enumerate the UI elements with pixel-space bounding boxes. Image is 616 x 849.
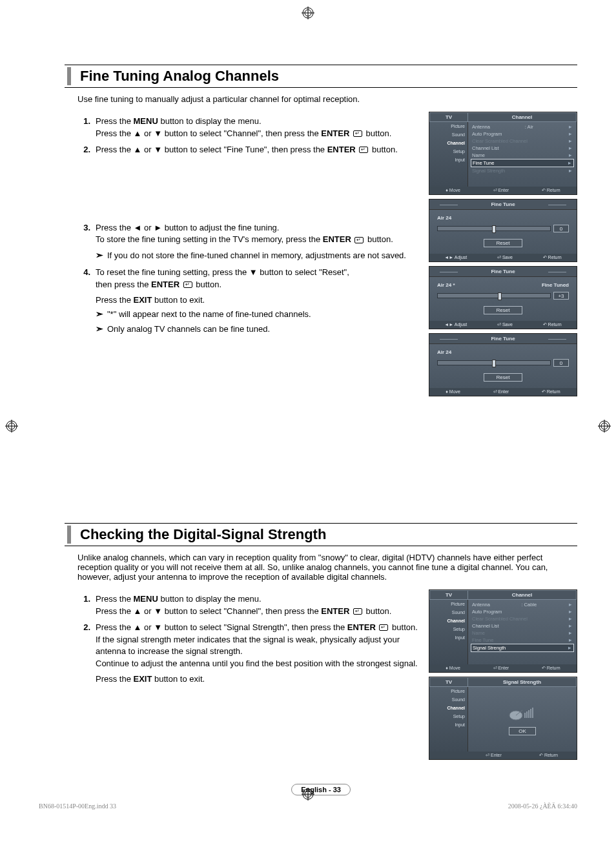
step-4: 4. To reset the fine tuning setting, pre… bbox=[77, 267, 418, 291]
svg-rect-22 bbox=[532, 708, 533, 718]
enter-icon bbox=[353, 608, 362, 615]
enter-icon bbox=[359, 147, 368, 153]
svg-rect-18 bbox=[524, 713, 526, 718]
registration-mark-icon bbox=[302, 788, 314, 801]
intro-text: Unlike analog channels, which can vary i… bbox=[77, 553, 577, 582]
registration-mark-icon bbox=[5, 420, 18, 433]
registration-mark-icon bbox=[302, 6, 314, 19]
osd-fine-tune-2: Fine Tune Air 24 *Fine Tuned +3 Reset ◄►… bbox=[429, 266, 577, 329]
step-3: 3. Press the ◄ or ► button to adjust the… bbox=[77, 222, 418, 247]
registration-mark-icon bbox=[598, 420, 611, 433]
page-number: English - 33 bbox=[65, 783, 577, 795]
step-2: 2. Press the ▲ or ▼ button to select "Fi… bbox=[77, 144, 418, 156]
enter-icon bbox=[183, 281, 192, 288]
step-2: 2. Press the ▲ or ▼ button to select "Si… bbox=[77, 622, 418, 670]
step-1: 1. Press the MENU button to display the … bbox=[77, 593, 418, 618]
note: ➣"*" will appear next to the name of fin… bbox=[96, 309, 418, 322]
svg-rect-19 bbox=[526, 711, 528, 718]
section-title: Checking the Digital-Signal Strength bbox=[65, 523, 577, 546]
osd-fine-tune-1: Fine Tune Air 24 0 Reset ◄► Adjust ⏎ Sav… bbox=[429, 199, 577, 262]
svg-rect-21 bbox=[530, 709, 531, 718]
enter-icon bbox=[354, 237, 364, 243]
exit-note: Press the EXIT button to exit. bbox=[96, 674, 418, 684]
osd-fine-tune-3: Fine Tune Air 24 0 Reset ♦ Move ⏎ Enter … bbox=[429, 333, 577, 396]
exit-note: Press the EXIT button to exit. bbox=[96, 295, 418, 305]
note: ➣If you do not store the fine-tuned chan… bbox=[96, 250, 418, 263]
step-1: 1. Press the MENU button to display the … bbox=[77, 116, 418, 140]
satellite-dish-icon bbox=[506, 704, 539, 723]
osd-channel-menu: TV Channel Picture Sound Channel Setup I… bbox=[429, 112, 577, 195]
osd-channel-menu-2: TV Channel Picture Sound Channel Setup I… bbox=[429, 589, 577, 673]
svg-rect-20 bbox=[528, 710, 529, 718]
enter-icon bbox=[379, 624, 388, 631]
section-title: Fine Tuning Analog Channels bbox=[65, 65, 577, 88]
osd-signal-strength: TV Signal Strength Picture Sound Channel… bbox=[429, 677, 577, 760]
intro-text: Use fine tuning to manually adjust a par… bbox=[77, 94, 577, 104]
print-footer: BN68-01514P-00Eng.indd 33 2008-05-26 ¿ÀÈ… bbox=[39, 803, 577, 810]
enter-icon bbox=[353, 130, 362, 137]
note: ➣Only analog TV channels can be fine tun… bbox=[96, 323, 418, 336]
